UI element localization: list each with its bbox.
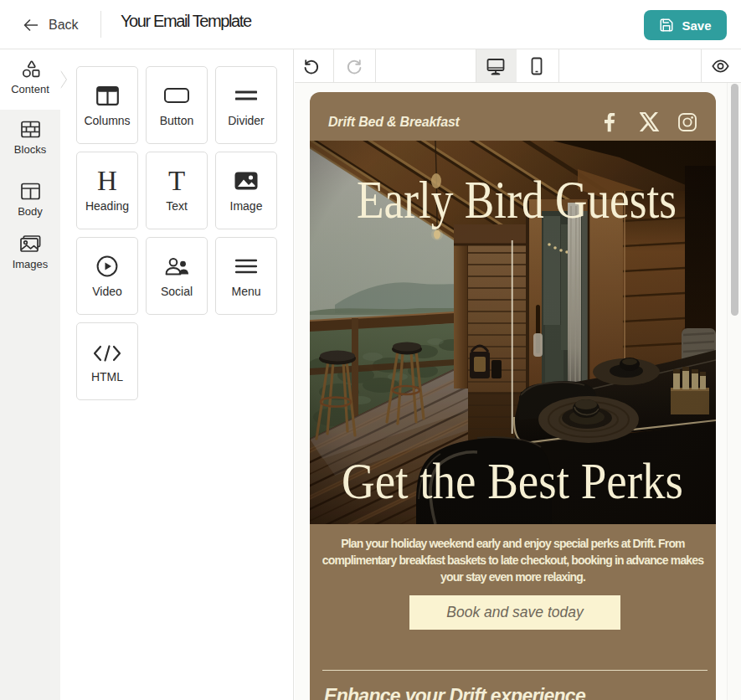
svg-text:Early Bird Guests: Early Bird Guests	[357, 170, 677, 229]
svg-text:Get the Best Perks: Get the Best Perks	[342, 452, 683, 510]
